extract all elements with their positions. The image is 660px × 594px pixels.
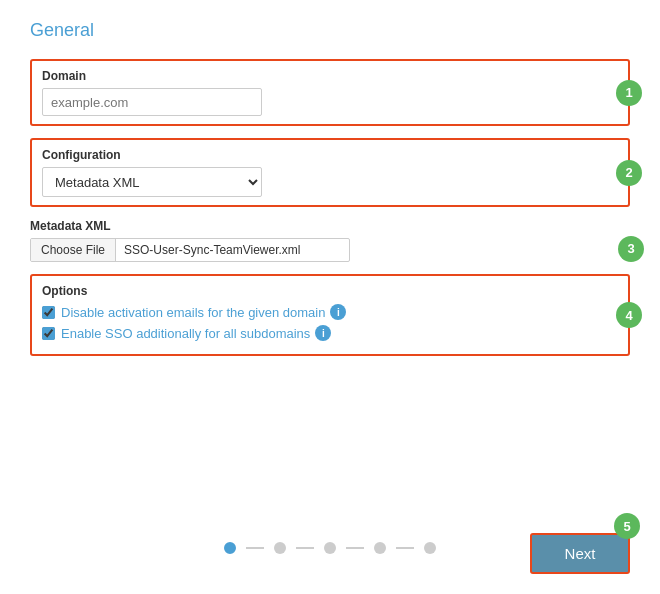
pagination-dot-1[interactable] xyxy=(224,542,236,554)
option-checkbox-1[interactable] xyxy=(42,306,55,319)
pagination-dot-5[interactable] xyxy=(424,542,436,554)
next-badge: 5 xyxy=(614,513,640,539)
pagination-dot-4[interactable] xyxy=(374,542,386,554)
configuration-select[interactable]: Metadata XML Manual URL xyxy=(42,167,262,197)
choose-file-button[interactable]: Choose File xyxy=(31,239,116,261)
configuration-badge: 2 xyxy=(616,160,642,186)
pagination-dot-2[interactable] xyxy=(274,542,286,554)
pagination-dots xyxy=(224,542,436,554)
option-info-icon-2[interactable]: i xyxy=(315,325,331,341)
dot-connector-4 xyxy=(396,547,414,549)
metadata-xml-label: Metadata XML xyxy=(30,219,630,233)
options-field-block: Options Disable activation emails for th… xyxy=(30,274,630,356)
option-row-1: Disable activation emails for the given … xyxy=(42,304,618,320)
configuration-label: Configuration xyxy=(42,148,618,162)
domain-input[interactable] xyxy=(42,88,262,116)
options-badge: 4 xyxy=(616,302,642,328)
metadata-xml-badge: 3 xyxy=(618,236,644,262)
option-label-2: Enable SSO additionally for all subdomai… xyxy=(61,326,310,341)
dot-connector-1 xyxy=(246,547,264,549)
next-button[interactable]: Next xyxy=(530,533,630,574)
option-info-icon-1[interactable]: i xyxy=(330,304,346,320)
next-button-area: 5 Next xyxy=(530,533,630,574)
file-input-row: Choose File SSO-User-Sync-TeamViewer.xml xyxy=(30,238,350,262)
dot-connector-2 xyxy=(296,547,314,549)
domain-label: Domain xyxy=(42,69,618,83)
next-button-wrapper: 5 Next xyxy=(530,533,630,574)
options-label: Options xyxy=(42,284,618,298)
file-name-display: SSO-User-Sync-TeamViewer.xml xyxy=(116,239,349,261)
metadata-xml-section: Metadata XML Choose File SSO-User-Sync-T… xyxy=(30,219,630,262)
option-checkbox-2[interactable] xyxy=(42,327,55,340)
configuration-field-block: Configuration Metadata XML Manual URL 2 xyxy=(30,138,630,207)
option-label-1: Disable activation emails for the given … xyxy=(61,305,325,320)
option-row-2: Enable SSO additionally for all subdomai… xyxy=(42,325,618,341)
domain-field-block: Domain 1 xyxy=(30,59,630,126)
page-title: General xyxy=(30,20,630,41)
page-container: General Domain 1 Configuration Metadata … xyxy=(0,0,660,594)
dot-connector-3 xyxy=(346,547,364,549)
domain-badge: 1 xyxy=(616,80,642,106)
pagination-dot-3[interactable] xyxy=(324,542,336,554)
